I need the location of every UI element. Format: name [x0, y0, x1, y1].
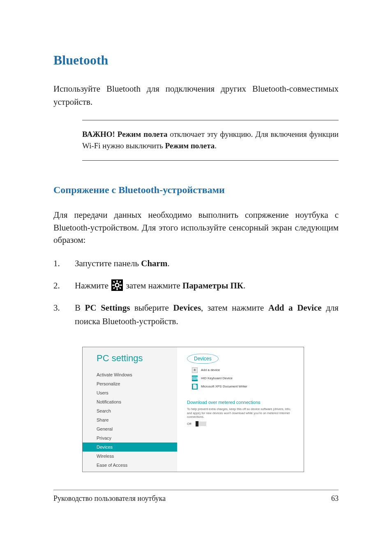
important-note: ВАЖНО! Режим полета отключает эту функци…	[82, 120, 339, 161]
step3-b: PC Settings	[85, 303, 130, 313]
svg-rect-9	[113, 287, 115, 289]
menu-item[interactable]: Wireless	[83, 452, 177, 461]
devices-header: Devices	[194, 356, 212, 362]
note-strong1: ВАЖНО! Режим полета	[82, 130, 168, 138]
step2-a: Нажмите	[75, 281, 111, 290]
pc-settings-screenshot: PC settings Activate Windows Personalize…	[82, 347, 304, 472]
menu-item[interactable]: Users	[83, 388, 177, 397]
menu-item[interactable]: Privacy	[83, 433, 177, 443]
svg-rect-7	[119, 287, 121, 289]
toggle-label: Off	[187, 422, 191, 426]
step3-f: Add a Device	[268, 303, 322, 313]
menu-item[interactable]: Search	[83, 406, 177, 415]
device-row[interactable]: 📄 Microsoft XPS Document Writer	[187, 383, 298, 391]
step-1: Запустите панель Charm.	[53, 257, 339, 271]
step2-d: .	[243, 281, 245, 290]
add-device-label: Add a device	[201, 368, 220, 372]
device-label: HID Keyboard Device	[201, 376, 233, 380]
metered-title: Download over metered connections	[187, 400, 298, 405]
step2-c: Параметры ПК	[182, 281, 243, 290]
step3-a: В	[75, 303, 85, 313]
step3-c: выберите	[130, 303, 173, 313]
add-device-row[interactable]: + Add a device	[187, 366, 298, 374]
note-tail: .	[214, 141, 217, 150]
svg-rect-6	[113, 281, 115, 283]
menu-item[interactable]: General	[83, 424, 177, 433]
device-label: Microsoft XPS Document Writer	[201, 385, 247, 388]
step3-d: Devices	[173, 303, 201, 313]
menu-item[interactable]: Ease of Access	[83, 461, 177, 470]
page-number: 63	[331, 494, 339, 503]
menu-item[interactable]: Personalize	[83, 379, 177, 388]
device-row[interactable]: ⌨ HID Keyboard Device	[187, 374, 298, 383]
screenshot-content: Devices + Add a device ⌨ HID Keyboard De…	[177, 347, 304, 472]
svg-rect-2	[117, 280, 118, 282]
menu-item[interactable]: Sync your settings	[83, 470, 177, 472]
menu-item[interactable]: Activate Windows	[83, 370, 177, 379]
screenshot-menu: Activate Windows Personalize Users Notif…	[83, 370, 177, 472]
plus-icon: +	[192, 367, 198, 373]
intro-text: Используйте Bluetooth для подключения др…	[53, 83, 339, 108]
footer-title: Руководство пользователя ноутбука	[53, 494, 166, 503]
steps-list: Запустите панель Charm. Нажмите затем на…	[53, 257, 339, 328]
menu-item[interactable]: Notifications	[83, 397, 177, 406]
step-2: Нажмите затем нажмите Параметры ПК.	[53, 279, 339, 293]
keyboard-icon: ⌨	[192, 376, 198, 381]
svg-point-1	[116, 284, 118, 286]
menu-item-devices[interactable]: Devices	[83, 443, 177, 452]
note-strong2: Режим полета	[165, 141, 215, 150]
screenshot-sidebar: PC settings Activate Windows Personalize…	[83, 347, 177, 472]
page-footer: Руководство пользователя ноутбука 63	[53, 490, 339, 503]
menu-item[interactable]: Share	[83, 415, 177, 424]
svg-rect-8	[119, 281, 121, 283]
devices-header-circled: Devices	[187, 354, 219, 364]
toggle-row: Off	[187, 422, 298, 426]
step2-b: затем нажмите	[124, 281, 182, 290]
step1-a: Запустите панель	[75, 258, 141, 268]
step-3: В PC Settings выберите Devices, затем на…	[53, 301, 339, 329]
svg-rect-3	[117, 288, 118, 290]
gear-icon	[111, 279, 123, 291]
step1-b: Charm	[141, 258, 167, 268]
svg-rect-4	[112, 285, 114, 286]
svg-rect-5	[120, 285, 122, 286]
page-heading: Bluetooth	[53, 53, 339, 68]
sub-heading: Сопряжение с Bluetooth-устройствами	[53, 184, 339, 196]
step3-e: , затем нажмите	[201, 303, 268, 313]
toggle-switch[interactable]	[196, 422, 206, 426]
body-text: Для передачи данных необходимо выполнить…	[53, 209, 339, 246]
step1-c: .	[167, 258, 169, 268]
metered-text: To help prevent extra charges, keep this…	[187, 407, 294, 419]
document-icon: 📄	[192, 384, 198, 390]
screenshot-title: PC settings	[83, 353, 177, 364]
